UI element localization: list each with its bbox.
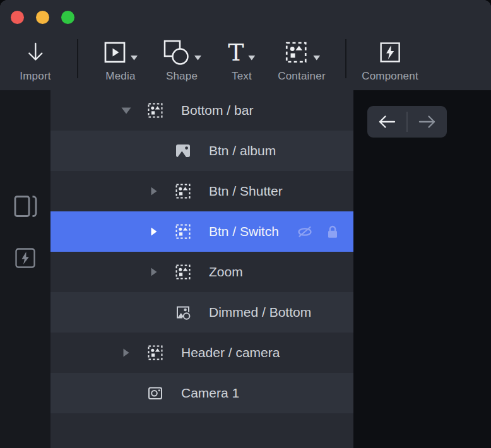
layer-label: Dimmed / Bottom (209, 305, 311, 320)
text-button[interactable]: T Text (228, 38, 255, 83)
chevron-collapsed-icon[interactable] (148, 268, 160, 276)
arrow-left-icon (377, 114, 397, 129)
layer-label: Btn / album (209, 143, 276, 158)
layer-row-zoom[interactable]: Zoom (50, 252, 353, 292)
layer-row-btn-shutter[interactable]: Btn / Shutter (50, 171, 353, 211)
component-panel-icon (15, 247, 36, 269)
container-layer-icon (174, 182, 192, 200)
text-icon: T (228, 40, 244, 64)
layer-row-btn-switch[interactable]: Btn / Switch (50, 211, 353, 252)
shape-icon (162, 38, 190, 66)
chevron-down-icon (313, 56, 320, 61)
layer-row-btn-album[interactable]: Btn / album (50, 131, 353, 171)
app-window: Import Media Shape (0, 0, 491, 448)
preview-panels-button[interactable] (0, 189, 50, 224)
container-layer-icon (174, 263, 192, 281)
chevron-collapsed-icon[interactable] (120, 348, 133, 357)
shape-button[interactable]: Shape (162, 38, 201, 83)
import-arrow-icon (25, 38, 46, 67)
layer-label: Header / camera (181, 345, 280, 360)
lock-icon[interactable] (326, 224, 340, 240)
layer-label: Btn / Shutter (209, 184, 283, 199)
chevron-down-icon (249, 56, 256, 61)
toolbar: Import Media Shape (0, 35, 491, 90)
container-layer-icon (146, 344, 164, 362)
preview-panels-icon (13, 194, 38, 218)
toolbar-divider (77, 39, 78, 78)
layer-row-header-camera[interactable]: Header / camera (50, 333, 353, 373)
left-rail (0, 90, 50, 448)
layer-label: Camera 1 (181, 386, 239, 401)
titlebar (0, 0, 491, 35)
undo-back-button[interactable] (367, 106, 406, 138)
media-button[interactable]: Media (104, 38, 138, 83)
chevron-collapsed-icon[interactable] (148, 227, 160, 236)
canvas-void (353, 90, 491, 448)
chevron-down-icon (131, 56, 138, 61)
chevron-collapsed-icon[interactable] (148, 187, 160, 196)
arrow-right-icon (417, 114, 437, 129)
layer-label: Bottom / bar (181, 103, 253, 118)
toolbar-divider (345, 39, 346, 78)
component-panel-button[interactable] (0, 240, 50, 276)
camera-layer-icon (146, 384, 164, 402)
layer-label: Zoom (209, 264, 243, 280)
import-button[interactable]: Import (20, 38, 50, 83)
layer-row-camera-1[interactable]: Camera 1 (50, 373, 353, 413)
layer-label: Btn / Switch (209, 224, 279, 239)
layer-row-bottom-bar[interactable]: Bottom / bar (50, 90, 353, 131)
chevron-down-icon (194, 56, 201, 61)
history-controls (367, 106, 447, 138)
close-window-button[interactable] (11, 11, 24, 24)
layer-panel: Bottom / bar Btn / album Btn / Shutter (50, 90, 353, 448)
layer-row-dimmed-bottom[interactable]: Dimmed / Bottom (50, 292, 353, 333)
image-layer-icon (174, 142, 192, 160)
minimize-window-button[interactable] (36, 11, 49, 24)
container-layer-icon (174, 223, 192, 240)
fullscreen-window-button[interactable] (61, 11, 74, 24)
redo-forward-button[interactable] (408, 106, 447, 138)
shape-label: Shape (166, 70, 198, 83)
container-label: Container (278, 70, 326, 83)
media-icon (104, 41, 126, 64)
media-label: Media (105, 70, 135, 83)
import-label: Import (20, 70, 50, 83)
chevron-expanded-icon[interactable] (120, 107, 133, 114)
container-icon (283, 40, 309, 65)
image-mask-layer-icon (174, 304, 192, 321)
container-layer-icon (146, 102, 164, 119)
component-button[interactable]: Component (362, 38, 418, 83)
component-icon (379, 38, 401, 67)
visibility-off-icon[interactable] (297, 225, 313, 239)
component-label: Component (362, 70, 418, 83)
container-button[interactable]: Container (278, 38, 326, 83)
text-label: Text (232, 70, 252, 83)
